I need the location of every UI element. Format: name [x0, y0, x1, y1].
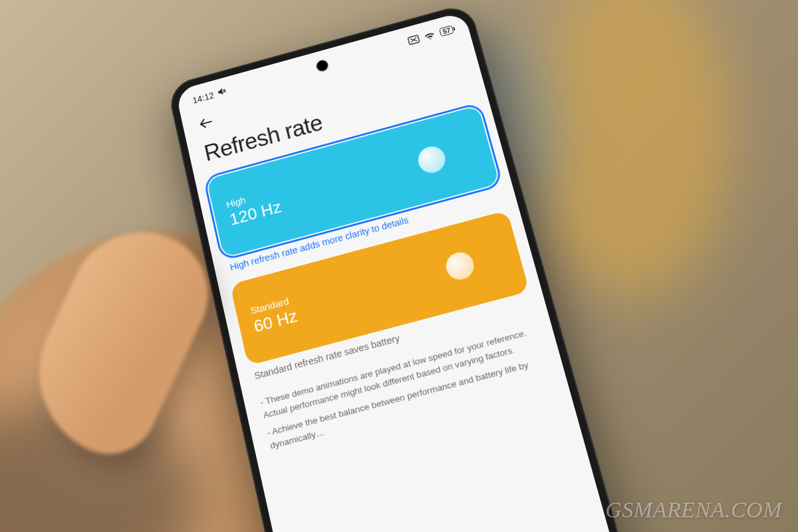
- svg-line-4: [410, 37, 417, 43]
- sim-icon: [407, 34, 420, 45]
- arrow-left-icon: [196, 113, 215, 132]
- phone-screen: 14:12: [175, 11, 638, 532]
- battery-icon: 57: [439, 25, 454, 36]
- mute-icon: [216, 86, 228, 99]
- phone-frame: 14:12: [166, 3, 648, 532]
- wifi-icon: [423, 30, 436, 41]
- status-time: 14:12: [192, 90, 215, 105]
